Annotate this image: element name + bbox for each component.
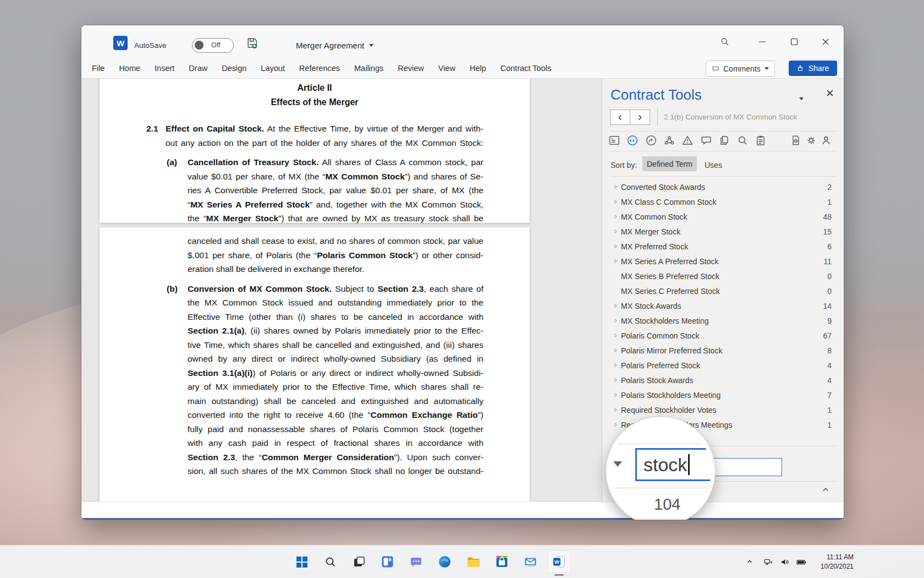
taskbar-widgets-icon[interactable] xyxy=(376,550,399,573)
term-row[interactable]: MX Stock Awards14 xyxy=(602,298,844,313)
tab-help[interactable]: Help xyxy=(463,58,493,78)
term-row[interactable]: MX Common Stock48 xyxy=(602,209,844,224)
document-line: main outstanding) shall be canceled and … xyxy=(188,394,483,408)
taskbar-word-icon[interactable]: W xyxy=(548,550,570,573)
previous-button[interactable] xyxy=(610,110,630,125)
document-line: $.001 per share, of Polaris (the “Polari… xyxy=(188,248,483,263)
sort-uses-button[interactable]: Uses xyxy=(705,161,722,170)
search-button[interactable] xyxy=(712,25,738,58)
term-row[interactable]: Required Stockholder Votes1 xyxy=(602,402,844,417)
panel-close-button[interactable]: ✕ xyxy=(823,86,837,100)
tab-file[interactable]: File xyxy=(85,58,112,78)
share-arrow-icon[interactable] xyxy=(645,134,657,146)
expand-caret-icon[interactable] xyxy=(613,318,621,324)
term-count: 6 xyxy=(827,242,832,251)
close-button[interactable] xyxy=(812,25,839,58)
text-cursor xyxy=(688,454,690,475)
tab-draw[interactable]: Draw xyxy=(182,58,215,78)
volume-icon[interactable] xyxy=(780,557,790,567)
tab-home[interactable]: Home xyxy=(112,58,147,78)
panel-title: Contract Tools xyxy=(610,86,702,103)
comment-icon[interactable] xyxy=(700,134,712,146)
taskbar-edge-icon[interactable] xyxy=(433,550,456,573)
share-button[interactable]: Share xyxy=(789,61,837,76)
term-row[interactable]: MX Class C Common Stock1 xyxy=(602,194,844,209)
expand-caret-icon[interactable] xyxy=(613,303,621,309)
taskbar-store-icon[interactable] xyxy=(491,550,513,573)
term-row[interactable]: Polaris Common Stock67 xyxy=(602,328,844,343)
sort-defined-term-button[interactable]: Defined Term xyxy=(642,156,697,171)
term-row[interactable]: Polaris Stockholders Meeting7 xyxy=(602,388,844,402)
person-icon[interactable] xyxy=(820,134,832,146)
taskbar-search-icon[interactable] xyxy=(319,550,342,573)
term-count: 48 xyxy=(823,212,832,221)
autosave-toggle[interactable]: Off xyxy=(192,38,234,53)
taskbar-task-view-icon[interactable] xyxy=(348,550,370,573)
tab-contract-tools[interactable]: Contract Tools xyxy=(493,58,558,78)
taskbar-file-explorer-icon[interactable] xyxy=(462,550,485,573)
term-row[interactable]: Converted Stock Awards2 xyxy=(602,179,844,194)
expand-caret-icon[interactable] xyxy=(613,214,621,220)
term-row[interactable]: Polaris Mirror Preferred Stock8 xyxy=(602,343,844,358)
term-row[interactable]: MX Series A Preferred Stock11 xyxy=(602,254,844,269)
expand-caret-icon[interactable] xyxy=(613,228,621,235)
tab-design[interactable]: Design xyxy=(215,58,254,78)
tab-review[interactable]: Review xyxy=(391,58,431,78)
expand-caret-icon[interactable] xyxy=(613,422,621,428)
document-page-2[interactable]: canceled and shall cease to exist, and n… xyxy=(100,227,530,501)
maximize-button[interactable] xyxy=(781,25,807,58)
minimize-button[interactable] xyxy=(749,25,776,58)
expand-caret-icon[interactable] xyxy=(613,184,621,190)
tab-layout[interactable]: Layout xyxy=(254,58,292,78)
tab-insert[interactable]: Insert xyxy=(147,58,182,78)
search-icon[interactable] xyxy=(736,134,749,146)
titlebar[interactable]: W AutoSave Off Merger Agreement xyxy=(81,25,844,58)
clock[interactable]: 11:11 AM 10/20/2021 xyxy=(821,553,854,571)
tab-view[interactable]: View xyxy=(431,58,463,78)
quotes-icon[interactable] xyxy=(626,134,639,146)
expand-caret-icon[interactable] xyxy=(613,347,621,353)
term-row[interactable]: MX Series B Preferred Stock0 xyxy=(602,269,844,283)
pages-icon[interactable] xyxy=(718,134,730,146)
network-icon[interactable] xyxy=(663,134,675,146)
term-row[interactable]: MX Merger Stock15 xyxy=(602,224,844,239)
magnified-search-input[interactable]: stock xyxy=(635,448,715,481)
taskbar-start-icon[interactable] xyxy=(290,550,313,573)
save-icon[interactable] xyxy=(246,36,259,50)
expand-caret-icon[interactable] xyxy=(613,362,621,368)
list-icon[interactable] xyxy=(608,134,620,146)
expand-caret-icon[interactable] xyxy=(613,392,621,398)
expand-caret-icon[interactable] xyxy=(613,377,621,383)
document-title[interactable]: Merger Agreement xyxy=(296,41,373,50)
expand-caret-icon[interactable] xyxy=(613,407,621,413)
term-count: 1 xyxy=(827,198,832,206)
term-row[interactable]: MX Stockholders Meeting9 xyxy=(602,313,844,328)
term-row[interactable]: MX Preferred Stock6 xyxy=(602,239,844,254)
panel-menu-button[interactable] xyxy=(799,92,804,102)
taskbar-mail-icon[interactable] xyxy=(519,550,542,573)
expand-caret-icon[interactable] xyxy=(613,258,621,264)
battery-icon[interactable] xyxy=(796,557,807,567)
term-row[interactable]: Polaris Preferred Stock4 xyxy=(602,358,844,373)
chevron-up-icon[interactable] xyxy=(821,485,830,494)
network-icon[interactable] xyxy=(763,557,773,567)
gear-icon[interactable] xyxy=(805,134,817,146)
term-row[interactable]: MX Series C Preferred Stock0 xyxy=(602,283,844,298)
expand-caret-icon[interactable] xyxy=(613,199,621,205)
tab-references[interactable]: References xyxy=(292,58,347,78)
taskbar-chat-icon[interactable] xyxy=(405,550,427,573)
expand-caret-icon[interactable] xyxy=(613,332,621,339)
document-page-1[interactable]: Article IIEffects of the Merger2.1Effect… xyxy=(100,79,530,223)
hidden-icons-chevron[interactable] xyxy=(746,558,754,565)
warning-icon[interactable] xyxy=(681,134,694,146)
document-line: Cancellation of Treasury Stock. All shar… xyxy=(188,155,483,170)
next-button[interactable] xyxy=(630,110,650,125)
taskbar-icons: W xyxy=(290,550,570,573)
term-row[interactable]: Polaris Stock Awards4 xyxy=(602,373,844,388)
doc-gear-icon[interactable] xyxy=(790,134,802,146)
comments-button[interactable]: Comments xyxy=(706,61,775,77)
document-paragraph: (a)Cancellation of Treasury Stock. All s… xyxy=(100,155,530,226)
tab-mailings[interactable]: Mailings xyxy=(347,58,391,78)
expand-caret-icon[interactable] xyxy=(613,243,621,249)
clipboard-icon[interactable] xyxy=(755,134,767,146)
